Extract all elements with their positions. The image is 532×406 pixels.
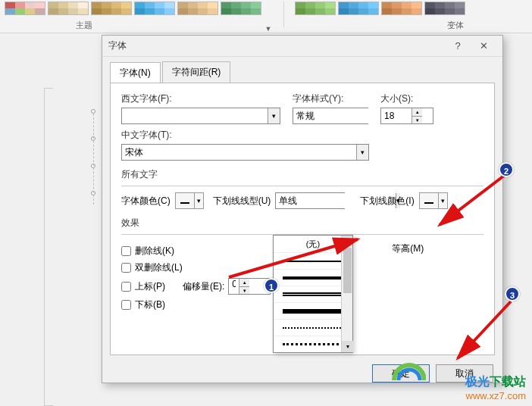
underline-color-swatch-icon [423,195,435,206]
annotation-badge-1: 1 [264,278,279,293]
variant-thumbnail[interactable] [381,2,422,15]
theme-thumbnail[interactable] [91,2,132,15]
label-size: 大小(S): [380,92,433,105]
latin-font-combo[interactable]: ▾ [121,108,280,124]
theme-gallery-left: ▼ [0,0,277,33]
latin-font-input[interactable] [122,108,268,123]
label-superscript: 上标(P) [135,280,165,293]
dialog-body: 西文字体(F): ▾ 字体样式(Y): ▾ 大小(S): ▴▾ [110,83,495,355]
font-color-swatch-icon [179,195,191,206]
offset-input[interactable] [229,279,239,289]
cjk-font-combo[interactable]: ▾ [121,144,369,161]
chevron-down-icon[interactable]: ▾ [268,108,280,123]
checkbox-double-strike[interactable] [121,263,131,273]
label-subscript: 下标(B) [135,298,165,311]
label-offset: 偏移量(E): [183,280,224,293]
close-button[interactable]: ✕ [471,37,496,55]
size-spinner[interactable]: ▴▾ [380,108,433,124]
watermark-arc-icon [391,350,426,385]
font-style-combo[interactable]: ▾ [293,108,368,124]
scroll-up-icon[interactable]: ▴ [342,236,352,247]
label-cjk-font: 中文字体(T): [121,129,369,142]
variant-thumbnail[interactable] [424,2,465,15]
label-equal-height: 等高(M) [392,242,424,255]
theme-thumbnail[interactable] [48,2,89,15]
scroll-down-icon[interactable]: ▾ [342,341,353,352]
ribbon-group-label-theme: 主题 [76,20,92,31]
theme-gallery-right [290,0,470,33]
chevron-down-icon[interactable]: ▾ [356,145,368,160]
font-color-button[interactable]: ▾ [175,192,204,209]
theme-thumbnail[interactable] [177,2,218,15]
dropdown-scrollbar[interactable]: ▴ ▾ [341,236,352,352]
label-underline-style: 下划线线型(U) [213,195,271,208]
spin-down-icon[interactable]: ▾ [412,116,422,124]
ribbon: ▼ 主题 变体 [0,0,532,33]
theme-thumbnail[interactable] [5,2,45,15]
checkbox-subscript[interactable] [121,300,131,310]
tab-font[interactable]: 字体(N) [110,62,161,83]
label-double-strike: 双删除线(L) [135,261,183,274]
tab-char-spacing[interactable]: 字符间距(R) [162,61,231,83]
checkbox-superscript[interactable] [121,282,131,292]
theme-thumbnail[interactable] [221,2,261,15]
ribbon-group-label-variant: 变体 [447,20,464,31]
spin-up-icon[interactable]: ▴ [239,279,249,286]
help-button[interactable]: ? [445,37,471,55]
label-font-color: 字体颜色(C) [121,195,171,208]
cancel-button[interactable]: 取消 [436,364,493,383]
chevron-down-icon[interactable]: ▾ [194,193,203,208]
label-font-style: 字体样式(Y): [293,92,368,105]
font-dialog: 字体 ? ✕ 字体(N) 字符间距(R) 西文字体(F): ▾ 字体样式(Y):… [102,35,503,383]
dialog-titlebar: 字体 ? ✕ [102,36,502,57]
label-effects: 效果 [121,217,483,230]
underline-style-dropdown-list: (无) ▴ ▾ [273,235,353,353]
underline-color-button[interactable]: ▾ [419,192,448,209]
size-input[interactable] [381,108,412,123]
theme-thumbnail[interactable] [134,2,175,15]
checkbox-strike[interactable] [121,246,131,256]
chevron-down-icon[interactable]: ▾ [438,193,447,208]
variant-thumbnail[interactable] [338,2,379,15]
cjk-font-input[interactable] [122,145,356,160]
label-all-text: 所有文字 [121,168,483,181]
spin-down-icon[interactable]: ▾ [239,286,249,295]
spin-up-icon[interactable]: ▴ [412,108,422,116]
label-latin-font: 西文字体(F): [121,92,280,105]
annotation-badge-3: 3 [505,286,520,301]
label-underline-color: 下划线颜色(I) [360,195,414,208]
label-strike: 删除线(K) [135,245,174,258]
dialog-title: 字体 [108,39,445,52]
annotation-badge-2: 2 [499,162,514,177]
underline-style-combo[interactable]: ▾ [275,192,345,209]
variant-thumbnail[interactable] [295,2,336,15]
scrollbar-thumb[interactable] [343,248,352,293]
